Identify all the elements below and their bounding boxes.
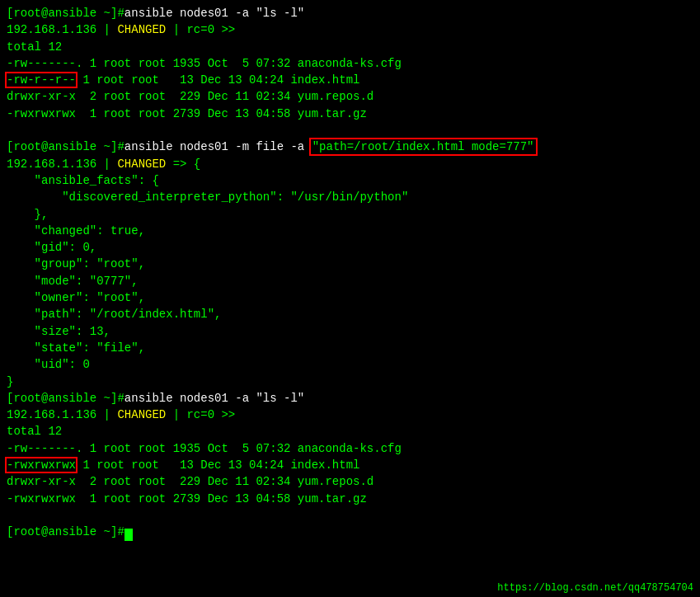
- prompt-text: [root@ansible ~]#: [7, 7, 124, 20]
- output-text: drwxr-xr-x 2 root root 229 Dec 11 02:34 …: [7, 90, 373, 103]
- terminal-line: 192.168.1.136 | CHANGED => {: [7, 156, 693, 172]
- result-rest: | rc=0 >>: [166, 408, 235, 421]
- terminal-line: total 12: [7, 423, 693, 440]
- terminal-line: "size": 13,: [7, 323, 693, 340]
- output-text: "path": "/root/index.html",: [7, 308, 221, 321]
- terminal-line: [root@ansible ~]#ansible nodes01 -a "ls …: [7, 390, 693, 407]
- result-rest: | rc=0 >>: [166, 23, 235, 36]
- terminal-line: [7, 122, 693, 139]
- output-text: "gid": 0,: [7, 241, 96, 254]
- output-text: "ansible_facts": {: [7, 174, 159, 187]
- terminal-line: 192.168.1.136 | CHANGED | rc=0 >>: [7, 407, 693, 423]
- cursor: [124, 529, 133, 541]
- output-text: }: [7, 375, 13, 388]
- terminal-line: "state": "file",: [7, 340, 693, 356]
- terminal-line: drwxr-xr-x 2 root root 229 Dec 11 02:34 …: [7, 473, 693, 490]
- terminal-line: "discovered_interpreter_python": "/usr/b…: [7, 189, 693, 205]
- terminal-line: -rw-------. 1 root root 1935 Oct 5 07:32…: [7, 55, 693, 72]
- command-text: ansible nodes01 -a "ls -l": [124, 7, 304, 20]
- output-text: drwxr-xr-x 2 root root 229 Dec 11 02:34 …: [7, 475, 373, 488]
- output-text: 1 root root 13 Dec 13 04:24 index.html: [76, 458, 359, 472]
- ip-address: 192.168.1.136: [7, 23, 96, 36]
- output-text: total 12: [7, 425, 62, 438]
- terminal-line: drwxr-xr-x 2 root root 229 Dec 11 02:34 …: [7, 88, 693, 105]
- footer-url: https://blog.csdn.net/qq478754704: [497, 582, 693, 594]
- output-text: "state": "file",: [7, 341, 145, 355]
- terminal: [root@ansible ~]#ansible nodes01 -a "ls …: [7, 5, 693, 541]
- status-changed: CHANGED: [117, 408, 166, 421]
- command-arg: "path=/root/index.html mode=777": [312, 140, 535, 153]
- terminal-line: "owner": "root",: [7, 289, 693, 306]
- terminal-line: "changed": true,: [7, 223, 693, 239]
- output-text: "owner": "root",: [7, 291, 145, 304]
- terminal-line: 192.168.1.136 | CHANGED | rc=0 >>: [7, 21, 693, 38]
- perm-old: -rw-r--r--: [7, 73, 76, 87]
- terminal-line: [root@ansible ~]#ansible nodes01 -m file…: [7, 139, 693, 155]
- status-changed: CHANGED: [117, 157, 166, 171]
- terminal-line: "group": "root",: [7, 256, 693, 272]
- prompt-text: [root@ansible ~]#: [7, 525, 124, 538]
- perm-new: -rwxrwxrwx: [7, 458, 76, 472]
- terminal-line: [root@ansible ~]#ansible nodes01 -a "ls …: [7, 5, 693, 21]
- output-text: },: [7, 208, 48, 221]
- command-text: ansible nodes01 -a "ls -l": [124, 392, 304, 405]
- separator: |: [96, 408, 117, 421]
- terminal-line: total 12: [7, 39, 693, 55]
- output-text: total 12: [7, 40, 62, 54]
- terminal-line: "gid": 0,: [7, 239, 693, 256]
- terminal-line: -rw-------. 1 root root 1935 Oct 5 07:32…: [7, 440, 693, 457]
- terminal-line: "uid": 0: [7, 356, 693, 373]
- output-text: "uid": 0: [7, 358, 90, 371]
- prompt-text: [root@ansible ~]#: [7, 392, 124, 405]
- ip-address: 192.168.1.136: [7, 408, 96, 421]
- terminal-line: -rwxrwxrwx 1 root root 2739 Dec 13 04:58…: [7, 106, 693, 122]
- command-text: ansible nodes01 -m file -a: [124, 140, 312, 153]
- terminal-line: -rwxrwxrwx 1 root root 2739 Dec 13 04:58…: [7, 491, 693, 507]
- output-text: -rw-------. 1 root root 1935 Oct 5 07:32…: [7, 57, 402, 70]
- prompt-text: [root@ansible ~]#: [7, 140, 124, 153]
- output-text: -rwxrwxrwx 1 root root 2739 Dec 13 04:58…: [7, 107, 367, 120]
- output-text: "group": "root",: [7, 257, 145, 270]
- output-text: "discovered_interpreter_python": "/usr/b…: [7, 190, 408, 204]
- output-text: -rw-------. 1 root root 1935 Oct 5 07:32…: [7, 442, 402, 455]
- terminal-line: [7, 507, 693, 524]
- terminal-line: "path": "/root/index.html",: [7, 306, 693, 322]
- output-text: "changed": true,: [7, 224, 145, 237]
- terminal-line: -rw-r--r-- 1 root root 13 Dec 13 04:24 i…: [7, 72, 693, 88]
- result-rest: => {: [166, 157, 200, 171]
- separator: |: [96, 157, 117, 171]
- output-text: -rwxrwxrwx 1 root root 2739 Dec 13 04:58…: [7, 492, 367, 505]
- terminal-line: "mode": "0777",: [7, 273, 693, 289]
- separator: |: [96, 23, 117, 36]
- output-text: "size": 13,: [7, 325, 110, 338]
- terminal-line: },: [7, 206, 693, 223]
- output-text: 1 root root 13 Dec 13 04:24 index.html: [76, 73, 359, 87]
- status-changed: CHANGED: [117, 23, 166, 36]
- terminal-line: "ansible_facts": {: [7, 172, 693, 189]
- terminal-line: }: [7, 374, 693, 390]
- terminal-line: -rwxrwxrwx 1 root root 13 Dec 13 04:24 i…: [7, 457, 693, 473]
- ip-address: 192.168.1.136: [7, 157, 96, 171]
- terminal-line: [root@ansible ~]#: [7, 524, 693, 540]
- output-text: "mode": "0777",: [7, 275, 139, 288]
